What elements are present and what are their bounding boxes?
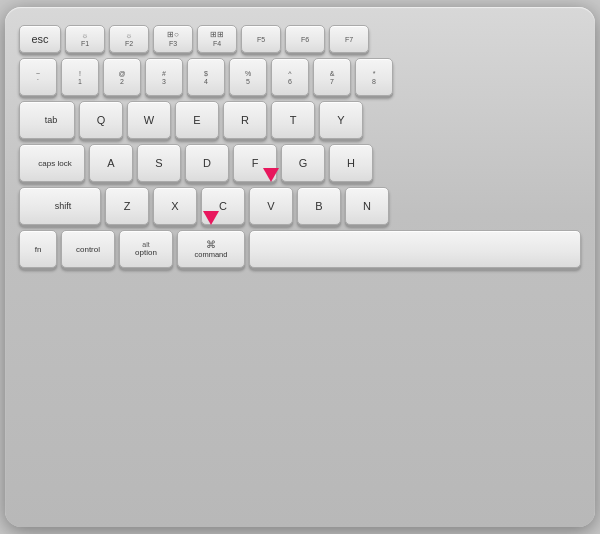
bottom-row: fn control alt option ⌘ command <box>19 230 581 268</box>
key-h[interactable]: H <box>329 144 373 182</box>
key-f6[interactable]: F6 <box>285 25 325 53</box>
key-option[interactable]: alt option <box>119 230 173 268</box>
key-fn[interactable]: fn <box>19 230 57 268</box>
key-z[interactable]: Z <box>105 187 149 225</box>
key-d[interactable]: D <box>185 144 229 182</box>
key-f4[interactable]: ⊞⊞ F4 <box>197 25 237 53</box>
key-f3[interactable]: ⊞○ F3 <box>153 25 193 53</box>
key-f7[interactable]: F7 <box>329 25 369 53</box>
key-capslock[interactable]: caps lock <box>19 144 85 182</box>
arrow-command <box>203 211 219 225</box>
key-control[interactable]: control <box>61 230 115 268</box>
key-4[interactable]: $ 4 <box>187 58 225 96</box>
key-space[interactable] <box>249 230 581 268</box>
key-n[interactable]: N <box>345 187 389 225</box>
command-label: command <box>195 250 228 259</box>
asdf-row: caps lock A S D F G H <box>19 144 581 182</box>
key-3[interactable]: # 3 <box>145 58 183 96</box>
key-tilde[interactable]: ~ ` <box>19 58 57 96</box>
arrow-v <box>263 168 279 182</box>
key-y[interactable]: Y <box>319 101 363 139</box>
key-esc[interactable]: esc <box>19 25 61 53</box>
key-t[interactable]: T <box>271 101 315 139</box>
qwerty-row: tab Q W E R T Y U <box>19 101 581 139</box>
key-w[interactable]: W <box>127 101 171 139</box>
number-key-row: ~ ` ! 1 @ 2 # 3 $ 4 % 5 ^ 6 & 7 <box>19 58 581 96</box>
key-f5[interactable]: F5 <box>241 25 281 53</box>
key-r[interactable]: R <box>223 101 267 139</box>
key-8[interactable]: * 8 <box>355 58 393 96</box>
key-2[interactable]: @ 2 <box>103 58 141 96</box>
key-f2[interactable]: ☼ F2 <box>109 25 149 53</box>
key-s[interactable]: S <box>137 144 181 182</box>
key-g[interactable]: G <box>281 144 325 182</box>
key-a[interactable]: A <box>89 144 133 182</box>
key-command[interactable]: ⌘ command <box>177 230 245 268</box>
key-tab[interactable]: tab <box>19 101 75 139</box>
key-v[interactable]: V <box>249 187 293 225</box>
key-e[interactable]: E <box>175 101 219 139</box>
key-1[interactable]: ! 1 <box>61 58 99 96</box>
key-shift-left[interactable]: shift <box>19 187 101 225</box>
fn-key-row: esc ☼ F1 ☼ F2 ⊞○ F3 ⊞⊞ F4 F5 F6 F7 <box>19 25 581 53</box>
key-b[interactable]: B <box>297 187 341 225</box>
key-6[interactable]: ^ 6 <box>271 58 309 96</box>
key-f1[interactable]: ☼ F1 <box>65 25 105 53</box>
keyboard: esc ☼ F1 ☼ F2 ⊞○ F3 ⊞⊞ F4 F5 F6 F7 ~ <box>5 7 595 527</box>
key-x[interactable]: X <box>153 187 197 225</box>
key-q[interactable]: Q <box>79 101 123 139</box>
key-7[interactable]: & 7 <box>313 58 351 96</box>
zxcv-row: shift Z X C V B N <box>19 187 581 225</box>
key-5[interactable]: % 5 <box>229 58 267 96</box>
